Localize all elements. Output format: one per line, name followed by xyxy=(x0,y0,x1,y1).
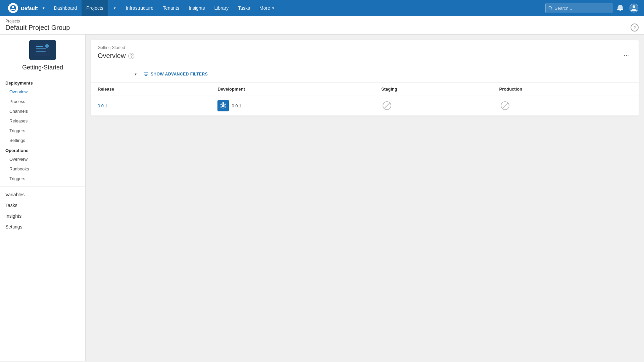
logo-label: Default xyxy=(21,5,38,11)
table-header-release: Release xyxy=(91,83,211,96)
advanced-filters-button[interactable]: SHOW ADVANCED FILTERS xyxy=(143,72,208,76)
sidebar-section-deployments: Deployments xyxy=(0,78,85,87)
card-header: Getting-Started Overview ? ⋮ xyxy=(91,40,639,66)
search-icon xyxy=(548,6,553,10)
deploy-in-progress-icon[interactable] xyxy=(217,100,229,111)
filter-bar: ▼ SHOW ADVANCED FILTERS xyxy=(91,66,639,83)
svg-point-5 xyxy=(633,5,635,8)
nav-right xyxy=(545,2,640,14)
table-header-staging: Staging xyxy=(375,83,492,96)
svg-rect-10 xyxy=(36,51,46,52)
breadcrumb[interactable]: Projects xyxy=(5,19,639,23)
release-cell: 0.0.1 xyxy=(91,96,211,116)
sidebar-item-variables[interactable]: Variables xyxy=(0,189,85,200)
search-input[interactable] xyxy=(555,6,609,11)
content-help-icon[interactable]: ? xyxy=(128,53,134,59)
sidebar-project-name: Getting-Started xyxy=(0,64,85,71)
svg-line-3 xyxy=(551,9,552,10)
nav-item-dashboard[interactable]: Dashboard xyxy=(49,0,82,16)
sidebar: Getting-Started Deployments Overview Pro… xyxy=(0,35,86,361)
top-navigation: Default ▼ Dashboard Projects ▼ Infrastru… xyxy=(0,0,644,16)
table-row: 0.0.1 xyxy=(91,96,639,116)
table-header-development: Development xyxy=(211,83,375,96)
svg-point-1 xyxy=(12,6,14,8)
development-cell: 0.0.1 xyxy=(211,96,375,116)
kebab-menu-button[interactable]: ⋮ xyxy=(622,51,632,60)
production-blocked-icon xyxy=(499,100,511,111)
svg-point-22 xyxy=(222,108,224,109)
svg-rect-9 xyxy=(36,50,45,50)
filter-select-wrapper: ▼ xyxy=(98,70,138,78)
staging-blocked-icon xyxy=(381,100,393,111)
notifications-button[interactable] xyxy=(615,3,625,13)
content-title: Overview ? xyxy=(98,52,134,60)
page-help-button[interactable]: ? xyxy=(631,23,639,32)
svg-rect-7 xyxy=(36,46,43,47)
logo-dropdown-icon: ▼ xyxy=(42,6,45,10)
sidebar-item-deployments-overview[interactable]: Overview xyxy=(0,87,85,97)
search-box[interactable] xyxy=(545,3,612,13)
sidebar-item-deployments-process[interactable]: Process xyxy=(0,97,85,106)
nav-item-insights[interactable]: Insights xyxy=(184,0,209,16)
sidebar-item-deployments-triggers[interactable]: Triggers xyxy=(0,126,85,136)
nav-items: Dashboard Projects ▼ Infrastructure Tena… xyxy=(49,0,545,16)
svg-rect-8 xyxy=(36,48,46,49)
svg-point-18 xyxy=(225,104,226,105)
sidebar-item-operations-overview[interactable]: Overview xyxy=(0,154,85,164)
project-icon xyxy=(29,40,56,60)
more-dropdown-icon: ▼ xyxy=(271,6,275,10)
sidebar-section-operations: Operations xyxy=(0,145,85,154)
nav-dropdown-projects-arrow[interactable]: ▼ xyxy=(108,0,121,16)
filter-icon xyxy=(143,72,149,76)
nav-item-infrastructure[interactable]: Infrastructure xyxy=(121,0,158,16)
deployments-table: Release Development Staging Production 0… xyxy=(91,83,639,116)
breadcrumb-area: Projects Default Project Group ? xyxy=(0,16,644,35)
logo-button[interactable]: Default ▼ xyxy=(4,0,49,16)
sidebar-item-operations-runbooks[interactable]: Runbooks xyxy=(0,164,85,174)
page-title: Default Project Group xyxy=(5,24,70,32)
sidebar-item-deployments-channels[interactable]: Channels xyxy=(0,106,85,116)
nav-item-tasks[interactable]: Tasks xyxy=(233,0,255,16)
sidebar-item-deployments-releases[interactable]: Releases xyxy=(0,116,85,126)
table-header-production: Production xyxy=(493,83,639,96)
user-profile-button[interactable] xyxy=(628,2,640,14)
svg-rect-12 xyxy=(46,45,48,47)
production-cell xyxy=(493,96,639,116)
sidebar-item-insights[interactable]: Insights xyxy=(0,211,85,221)
logo-icon xyxy=(8,3,18,13)
nav-item-library[interactable]: Library xyxy=(210,0,234,16)
sidebar-item-deployments-settings[interactable]: Settings xyxy=(0,136,85,145)
development-version: 0.0.1 xyxy=(232,103,241,108)
sidebar-item-operations-triggers[interactable]: Triggers xyxy=(0,174,85,184)
svg-point-21 xyxy=(222,102,224,104)
sidebar-item-settings[interactable]: Settings xyxy=(0,221,85,232)
svg-point-2 xyxy=(549,6,551,9)
nav-item-more[interactable]: More ▼ xyxy=(255,0,280,16)
svg-line-24 xyxy=(384,103,390,108)
staging-cell xyxy=(375,96,492,116)
svg-point-17 xyxy=(220,104,222,105)
filter-select[interactable] xyxy=(98,70,138,78)
svg-line-26 xyxy=(502,103,508,108)
release-link[interactable]: 0.0.1 xyxy=(98,103,107,108)
nav-item-tenants[interactable]: Tenants xyxy=(158,0,184,16)
svg-point-20 xyxy=(225,106,226,108)
content-breadcrumb: Getting-Started xyxy=(98,45,632,50)
svg-point-19 xyxy=(220,106,222,108)
content-area: Getting-Started Overview ? ⋮ ▼ xyxy=(86,35,644,361)
main-layout: Getting-Started Deployments Overview Pro… xyxy=(0,35,644,361)
content-card: Getting-Started Overview ? ⋮ ▼ xyxy=(91,40,639,116)
deploy-status-development: 0.0.1 xyxy=(217,100,368,111)
nav-item-projects[interactable]: Projects xyxy=(82,0,108,16)
svg-point-16 xyxy=(222,104,225,107)
sidebar-item-tasks[interactable]: Tasks xyxy=(0,200,85,211)
